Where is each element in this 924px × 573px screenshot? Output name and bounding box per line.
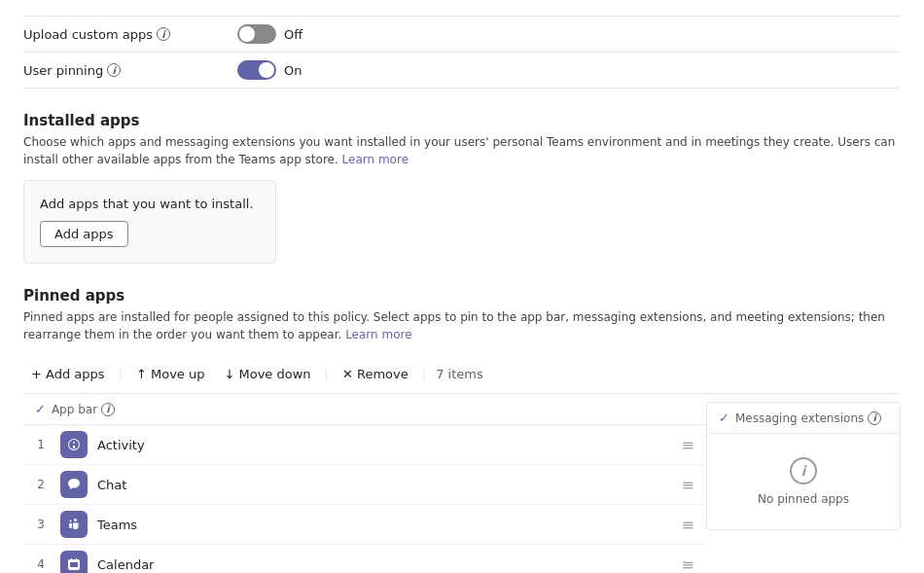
chat-drag-handle[interactable]: ≡ bbox=[678, 476, 698, 494]
pinned-add-apps-button[interactable]: + Add apps bbox=[23, 363, 113, 385]
app-bar-header-row: ✓ App bar i bbox=[23, 394, 706, 425]
user-pinning-label: User pinning i bbox=[23, 63, 237, 78]
messaging-ext-info-icon[interactable]: i bbox=[868, 412, 881, 425]
teams-label: Teams bbox=[97, 518, 678, 532]
teams-drag-handle[interactable]: ≡ bbox=[678, 516, 698, 534]
row-num-2: 2 bbox=[31, 478, 51, 491]
installed-apps-desc-text: Choose which apps and messaging extensio… bbox=[23, 135, 895, 166]
pinned-apps-desc-text: Pinned apps are installed for people ass… bbox=[23, 310, 885, 341]
calendar-drag-handle[interactable]: ≡ bbox=[678, 555, 698, 574]
activity-icon bbox=[60, 431, 88, 458]
teams-icon bbox=[60, 511, 88, 538]
table-row[interactable]: 4 Calendar ≡ bbox=[23, 545, 706, 573]
user-pinning-text: User pinning bbox=[23, 63, 103, 78]
row-num-1: 1 bbox=[31, 438, 51, 451]
table-row[interactable]: 3 Teams ≡ bbox=[23, 505, 706, 545]
table-row[interactable]: 1 Activity ≡ bbox=[23, 425, 706, 465]
upload-custom-apps-row: Upload custom apps i Off bbox=[23, 17, 901, 53]
installed-apps-learn-more[interactable]: Learn more bbox=[342, 153, 409, 166]
installed-apps-section: Installed apps Choose which apps and mes… bbox=[23, 112, 901, 264]
messaging-extensions-panel: ✓ Messaging extensions i i No pinned app… bbox=[706, 402, 901, 530]
table-row[interactable]: 2 Chat ≡ bbox=[23, 465, 706, 505]
remove-button[interactable]: ✕ Remove bbox=[335, 363, 416, 385]
installed-apps-desc: Choose which apps and messaging extensio… bbox=[23, 133, 901, 168]
left-panel: ✓ App bar i 1 Activity ≡ 2 bbox=[23, 394, 706, 573]
upload-custom-apps-toggle[interactable] bbox=[237, 24, 276, 44]
settings-section: Upload custom apps i Off User pinning i … bbox=[23, 16, 901, 89]
upload-custom-apps-toggle-knob bbox=[239, 26, 255, 42]
no-pinned-container: i No pinned apps bbox=[707, 434, 900, 529]
upload-custom-apps-status: Off bbox=[284, 27, 302, 42]
upload-custom-apps-label: Upload custom apps i bbox=[23, 27, 237, 42]
calendar-icon bbox=[60, 551, 88, 573]
install-hint: Add apps that you want to install. bbox=[40, 197, 260, 211]
activity-label: Activity bbox=[97, 438, 678, 452]
calendar-label: Calendar bbox=[97, 557, 678, 572]
row-num-3: 3 bbox=[31, 518, 51, 531]
messaging-ext-header: ✓ Messaging extensions i bbox=[707, 403, 900, 434]
pinned-apps-toolbar: + Add apps | ↑ Move up ↓ Move down | ✕ R… bbox=[23, 355, 901, 394]
move-down-label: ↓ Move down bbox=[224, 367, 310, 381]
upload-custom-apps-toggle-container: Off bbox=[237, 24, 302, 44]
app-bar-info-icon[interactable]: i bbox=[101, 403, 115, 416]
add-apps-button[interactable]: Add apps bbox=[40, 221, 128, 247]
move-down-button[interactable]: ↓ Move down bbox=[216, 363, 318, 385]
chat-icon bbox=[60, 471, 88, 498]
no-pinned-info-icon: i bbox=[790, 457, 817, 484]
app-bar-checkmark: ✓ bbox=[35, 402, 46, 416]
msg-ext-checkmark: ✓ bbox=[719, 411, 729, 425]
app-table-wrapper: ✓ App bar i 1 Activity ≡ 2 bbox=[23, 394, 901, 573]
pinned-apps-learn-more[interactable]: Learn more bbox=[345, 328, 411, 341]
user-pinning-status: On bbox=[284, 63, 302, 78]
installed-apps-title: Installed apps bbox=[23, 112, 901, 129]
messaging-ext-header-text: Messaging extensions bbox=[735, 412, 864, 425]
upload-custom-apps-text: Upload custom apps bbox=[23, 27, 153, 42]
items-count: 7 items bbox=[436, 367, 483, 381]
move-up-button[interactable]: ↑ Move up bbox=[128, 363, 213, 385]
pinned-apps-desc: Pinned apps are installed for people ass… bbox=[23, 308, 901, 343]
app-bar-header-text: App bar bbox=[52, 403, 97, 416]
pinned-apps-section: Pinned apps Pinned apps are installed fo… bbox=[23, 287, 901, 573]
pinned-apps-title: Pinned apps bbox=[23, 287, 901, 304]
activity-drag-handle[interactable]: ≡ bbox=[678, 436, 698, 454]
no-pinned-text: No pinned apps bbox=[758, 492, 849, 506]
user-pinning-toggle[interactable] bbox=[237, 60, 276, 80]
add-apps-label: + Add apps bbox=[31, 367, 105, 381]
user-pinning-toggle-knob bbox=[259, 62, 274, 78]
page-container: Upload custom apps i Off User pinning i … bbox=[0, 0, 924, 573]
row-num-4: 4 bbox=[31, 557, 51, 571]
user-pinning-row: User pinning i On bbox=[23, 53, 901, 89]
chat-label: Chat bbox=[97, 478, 678, 492]
move-up-label: ↑ Move up bbox=[136, 367, 205, 381]
toolbar-divider-1: | bbox=[119, 367, 123, 381]
user-pinning-info-icon[interactable]: i bbox=[107, 63, 121, 77]
remove-label: ✕ Remove bbox=[342, 367, 409, 381]
user-pinning-toggle-container: On bbox=[237, 60, 302, 80]
toolbar-divider-3: | bbox=[422, 367, 426, 381]
install-box: Add apps that you want to install. Add a… bbox=[23, 180, 276, 264]
upload-custom-apps-info-icon[interactable]: i bbox=[157, 27, 170, 41]
toolbar-divider-2: | bbox=[325, 367, 329, 381]
